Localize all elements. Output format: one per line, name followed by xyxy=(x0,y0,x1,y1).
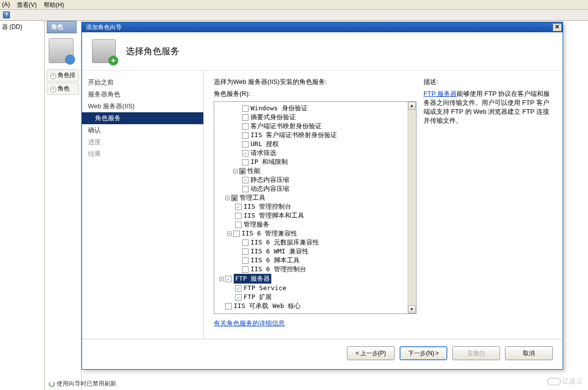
nav-progress: 进度 xyxy=(82,136,203,148)
nav-result: 结果 xyxy=(82,148,203,160)
nav-before[interactable]: 开始之前 xyxy=(82,77,203,88)
add-role-wizard-dialog: 添加角色向导 ✕ 选择角色服务 开始之前 服务器角色 Web 服务器(IIS) … xyxy=(82,22,563,370)
status-bar: 使用向导时已禁用刷新 xyxy=(45,378,120,390)
wizard-content: 选择为Web 服务器(IIS)安装的角色服务: 角色服务(R): Windows… xyxy=(204,71,563,339)
roles-panel: 角色 ^角色排 ^角色 xyxy=(45,21,82,390)
checkbox-windows-auth[interactable] xyxy=(242,105,249,112)
server-icon xyxy=(49,38,74,63)
dialog-title: 添加角色向导 xyxy=(86,23,122,32)
checkbox-ftp-service[interactable] xyxy=(235,285,242,292)
instruction-text: 选择为Web 服务器(IIS)安装的角色服务: xyxy=(214,78,417,86)
scroll-down-button[interactable]: ▼ xyxy=(408,306,416,313)
help-icon[interactable]: ? xyxy=(3,11,10,18)
close-button[interactable]: ✕ xyxy=(553,23,562,31)
wizard-icon xyxy=(92,39,116,63)
nav-server-roles[interactable]: 服务器角色 xyxy=(82,88,203,100)
tree-root[interactable]: 器 (DD) xyxy=(2,23,22,30)
cloud-icon xyxy=(547,378,561,386)
checkbox-dynamic-compress[interactable] xyxy=(242,186,249,192)
checkbox-iis-hostable[interactable] xyxy=(225,303,232,310)
cancel-button[interactable]: 取消 xyxy=(505,346,553,360)
scrollbar[interactable]: ▲ ▼ xyxy=(408,102,416,313)
toolbar: ? xyxy=(0,10,588,21)
checkbox-ftp-ext[interactable] xyxy=(235,294,242,301)
checkbox-iis6-wmi[interactable] xyxy=(242,248,249,255)
menu-view[interactable]: 查看(V) xyxy=(17,1,37,8)
checkbox-iis6-console[interactable] xyxy=(242,266,249,273)
collapse-icon[interactable]: − xyxy=(225,196,230,200)
checkbox-iis-console[interactable] xyxy=(235,204,242,210)
next-button[interactable]: 下一步(N)> xyxy=(400,346,447,360)
previous-button[interactable]: <上一步(P) xyxy=(347,346,395,360)
nav-confirm[interactable]: 确认 xyxy=(82,124,203,136)
menu-a[interactable]: (A) xyxy=(2,1,10,8)
collapse-icon[interactable]: − xyxy=(233,169,238,173)
checkbox-iis6-compat[interactable] xyxy=(233,231,240,237)
description-label: 描述: xyxy=(423,78,553,86)
checkbox-iis-scripts[interactable] xyxy=(235,213,242,219)
checkbox-ip-restrict[interactable] xyxy=(242,159,249,165)
checkbox-iis6-meta[interactable] xyxy=(242,239,249,246)
nav-role-services[interactable]: 角色服务 xyxy=(82,112,203,124)
checkbox-performance[interactable] xyxy=(239,168,246,174)
dialog-footer: <上一步(P) 下一步(N)> 安装(I) 取消 xyxy=(82,339,563,367)
checkbox-digest-auth[interactable] xyxy=(242,114,249,121)
checkbox-iis-client-cert[interactable] xyxy=(242,132,249,139)
status-text: 使用向导时已禁用刷新 xyxy=(57,380,116,388)
checkbox-client-cert[interactable] xyxy=(242,123,249,130)
checkbox-iis6-script[interactable] xyxy=(242,257,249,264)
accordion-roles-summary[interactable]: ^角色排 xyxy=(47,69,79,81)
refresh-icon xyxy=(49,381,55,387)
watermark: 亿速云 xyxy=(547,377,583,386)
dialog-titlebar[interactable]: 添加角色向导 ✕ xyxy=(82,22,563,32)
menubar: (A) 查看(V) 帮助(H) xyxy=(0,0,588,10)
dialog-heading: 选择角色服务 xyxy=(126,45,179,57)
tree-item-ftp-server[interactable]: FTP 服务器 xyxy=(234,274,271,284)
role-services-tree: Windows 身份验证 摘要式身份验证 客户端证书映射身份验证 IIS 客户端… xyxy=(214,101,417,314)
checkbox-ftp-server[interactable] xyxy=(225,276,232,282)
chevron-up-icon: ^ xyxy=(50,86,56,92)
description-text: FTP 服务器能够使用 FTP 协议在客户端和服务器之间传输文件。用户可以使用 … xyxy=(423,89,553,125)
scroll-up-button[interactable]: ▲ xyxy=(408,102,416,110)
dialog-header: 选择角色服务 xyxy=(82,32,563,71)
chevron-up-icon: ^ xyxy=(50,73,56,79)
checkbox-request-filter[interactable] xyxy=(242,150,249,156)
ftp-server-link[interactable]: FTP 服务器 xyxy=(423,90,457,97)
description-panel: 描述: FTP 服务器能够使用 FTP 协议在客户端和服务器之间传输文件。用户可… xyxy=(423,78,553,332)
left-tree-panel: 器 (DD) xyxy=(0,21,45,390)
roles-tab[interactable]: 角色 xyxy=(47,21,77,33)
checkbox-url-auth[interactable] xyxy=(242,141,249,148)
wizard-nav: 开始之前 服务器角色 Web 服务器(IIS) 角色服务 确认 进度 结果 xyxy=(82,71,204,339)
collapse-icon[interactable]: − xyxy=(219,277,224,281)
install-button: 安装(I) xyxy=(452,346,500,360)
nav-web-server[interactable]: Web 服务器(IIS) xyxy=(82,100,203,112)
tree-label: 角色服务(R): xyxy=(214,89,417,98)
checkbox-static-compress[interactable] xyxy=(242,177,249,183)
checkbox-mgmt-service[interactable] xyxy=(235,222,242,228)
checkbox-mgmt-tools[interactable] xyxy=(231,195,238,201)
more-info-link[interactable]: 有关角色服务的详细信息 xyxy=(214,319,285,328)
accordion-roles[interactable]: ^角色 xyxy=(47,82,79,95)
collapse-icon[interactable]: − xyxy=(227,232,232,236)
menu-help[interactable]: 帮助(H) xyxy=(44,1,64,8)
